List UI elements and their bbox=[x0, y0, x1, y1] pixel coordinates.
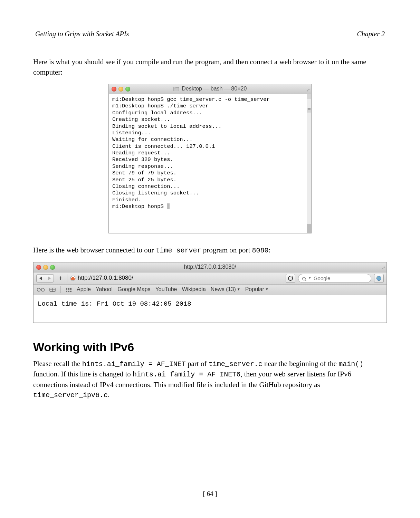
close-icon[interactable] bbox=[36, 265, 41, 270]
add-tab-button[interactable]: + bbox=[57, 275, 64, 282]
footer-rule-right bbox=[223, 494, 387, 494]
text: near the beginning of the bbox=[262, 359, 338, 368]
nav-buttons bbox=[36, 274, 54, 282]
terminal-window: Desktop — bash — 80×20 ⤢ m1:Desktop honp… bbox=[108, 84, 312, 233]
reload-icon bbox=[288, 276, 293, 281]
svg-point-9 bbox=[303, 277, 305, 280]
search-input[interactable]: ▼ Google bbox=[298, 274, 371, 283]
svg-rect-24 bbox=[66, 291, 67, 292]
bookmark-label: YouTube bbox=[155, 286, 177, 294]
address-bar[interactable]: http://127.0.0.1:8080/ bbox=[70, 274, 283, 283]
favicon-icon bbox=[70, 276, 76, 281]
zoom-icon[interactable] bbox=[50, 265, 55, 270]
svg-marker-8 bbox=[291, 276, 293, 278]
code: hints.ai_family = AF_INET bbox=[82, 360, 186, 368]
code: hints.ai_family = AF_INET6 bbox=[133, 371, 240, 378]
svg-rect-26 bbox=[70, 291, 71, 292]
cursor-icon bbox=[167, 203, 170, 209]
back-button[interactable] bbox=[37, 275, 45, 282]
bookmarks-bar: Apple Yahoo! Google Maps YouTube Wikiped… bbox=[34, 285, 386, 295]
svg-point-12 bbox=[37, 288, 40, 291]
bookmark-label: Google Maps bbox=[117, 286, 150, 294]
bookmark-popular[interactable]: Popular ▼ bbox=[245, 286, 269, 294]
show-all-icon[interactable] bbox=[66, 287, 72, 292]
svg-rect-25 bbox=[68, 291, 69, 292]
bookmark-apple[interactable]: Apple bbox=[77, 286, 91, 294]
svg-rect-23 bbox=[70, 289, 71, 290]
svg-rect-3 bbox=[308, 108, 311, 109]
svg-marker-6 bbox=[48, 277, 51, 280]
text: part of bbox=[186, 359, 209, 368]
separator bbox=[67, 274, 67, 282]
svg-marker-5 bbox=[39, 277, 42, 280]
browser-title: http://127.0.0.1:8080/ bbox=[34, 263, 386, 271]
triangle-right-icon bbox=[48, 276, 51, 280]
page-footer: [ 64 ] bbox=[33, 489, 387, 499]
reload-button[interactable] bbox=[286, 274, 295, 283]
browser-viewport: Local time is: Fri Oct 19 08:42:05 2018 bbox=[34, 295, 386, 323]
chevron-down-icon: ▼ bbox=[265, 287, 269, 292]
resize-icon: ⤢ bbox=[382, 265, 385, 271]
zoom-icon[interactable] bbox=[125, 87, 130, 92]
code: time_server_ipv6.c bbox=[33, 391, 108, 399]
text: : bbox=[269, 246, 271, 254]
close-icon[interactable] bbox=[112, 87, 116, 92]
forward-button[interactable] bbox=[45, 275, 54, 282]
text: function. If this line is changed to bbox=[33, 370, 133, 378]
svg-rect-4 bbox=[308, 109, 311, 110]
text: . bbox=[108, 391, 109, 399]
svg-point-13 bbox=[41, 288, 45, 291]
bookmark-label: Yahoo! bbox=[96, 286, 113, 294]
bookmark-wikipedia[interactable]: Wikipedia bbox=[182, 286, 206, 294]
bookmark-label: Apple bbox=[77, 286, 91, 294]
intro-paragraph-1: Here is what you should see if you compi… bbox=[33, 57, 387, 78]
scrollbar-thumb[interactable] bbox=[307, 224, 311, 233]
intro-paragraph-2: Here is the web browser connected to our… bbox=[33, 245, 387, 256]
triangle-left-icon bbox=[39, 276, 42, 280]
bookmark-news[interactable]: News (13) ▼ bbox=[211, 286, 240, 294]
globe-icon bbox=[376, 276, 382, 281]
svg-rect-0 bbox=[173, 87, 179, 91]
bookmark-youtube[interactable]: YouTube bbox=[155, 286, 177, 294]
terminal-title: Desktop — bash — 80×20 bbox=[182, 86, 247, 92]
svg-rect-1 bbox=[173, 87, 176, 88]
svg-rect-20 bbox=[70, 288, 71, 289]
svg-rect-18 bbox=[66, 288, 67, 289]
bookmark-label: News (13) bbox=[211, 286, 236, 294]
scrollbar[interactable] bbox=[307, 94, 311, 233]
running-header: Getting to Grips with Socket APIs Chapte… bbox=[33, 29, 387, 41]
code: main() bbox=[338, 360, 363, 368]
bookmark-label: Popular bbox=[245, 286, 264, 294]
top-sites-icon[interactable] bbox=[49, 287, 56, 292]
header-right: Chapter 2 bbox=[357, 29, 385, 39]
svg-line-10 bbox=[305, 280, 306, 281]
resize-icon: ⤢ bbox=[306, 87, 310, 93]
browser-titlebar: http://127.0.0.1:8080/ ⤢ bbox=[34, 262, 386, 272]
page-number: [ 64 ] bbox=[197, 489, 223, 499]
terminal-titlebar: Desktop — bash — 80×20 ⤢ bbox=[109, 84, 311, 94]
section-paragraph: Please recall the hints.ai_family = AF_I… bbox=[33, 359, 387, 401]
bookmark-label: Wikipedia bbox=[182, 286, 206, 294]
page-content: Local time is: Fri Oct 19 08:42:05 2018 bbox=[38, 300, 191, 308]
site-prefs-button[interactable] bbox=[374, 274, 384, 283]
search-placeholder: Google bbox=[314, 275, 330, 282]
section-heading: Working with IPv6 bbox=[33, 339, 387, 355]
folder-icon bbox=[173, 86, 179, 94]
reading-list-icon[interactable] bbox=[37, 287, 45, 292]
browser-window: http://127.0.0.1:8080/ ⤢ + http://127.0.… bbox=[33, 262, 387, 323]
scroll-up-icon[interactable] bbox=[307, 94, 311, 99]
text: Here is the web browser connected to our bbox=[33, 246, 156, 254]
bookmark-yahoo[interactable]: Yahoo! bbox=[96, 286, 113, 294]
bookmark-google-maps[interactable]: Google Maps bbox=[117, 286, 150, 294]
header-left: Getting to Grips with Socket APIs bbox=[35, 29, 129, 39]
search-icon bbox=[302, 276, 307, 281]
url-text: http://127.0.0.1:8080/ bbox=[78, 274, 133, 282]
separator bbox=[60, 286, 61, 293]
minimize-icon[interactable] bbox=[43, 265, 48, 270]
text: Please recall the bbox=[33, 359, 82, 368]
svg-rect-22 bbox=[68, 289, 69, 290]
text: program on port bbox=[201, 246, 252, 254]
code-time-server: time_server bbox=[156, 247, 201, 255]
minimize-icon[interactable] bbox=[118, 87, 123, 92]
svg-rect-21 bbox=[66, 289, 67, 290]
